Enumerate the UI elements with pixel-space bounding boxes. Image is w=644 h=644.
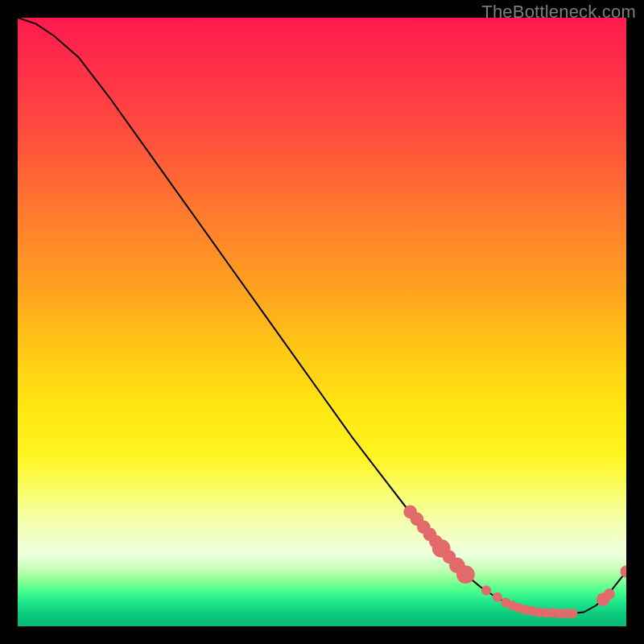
data-point-markers [403, 506, 626, 619]
data-point [456, 565, 475, 584]
curve-line [18, 18, 626, 613]
data-point [568, 609, 577, 618]
chart-frame: TheBottleneck.com [0, 0, 644, 644]
data-point [604, 588, 615, 600]
data-point [620, 565, 626, 577]
bottleneck-curve [18, 18, 626, 626]
watermark-text: TheBottleneck.com [481, 2, 636, 23]
plot-area [18, 18, 626, 626]
data-point [481, 585, 491, 595]
data-point [493, 592, 502, 602]
